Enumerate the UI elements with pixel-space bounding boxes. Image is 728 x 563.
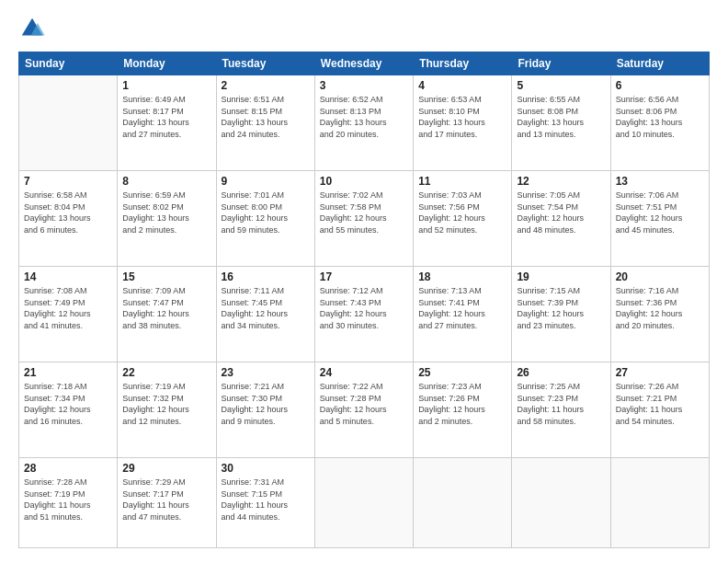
day-info: Sunrise: 7:13 AM Sunset: 7:41 PM Dayligh… (418, 285, 506, 331)
calendar-cell: 9Sunrise: 7:01 AM Sunset: 8:00 PM Daylig… (216, 171, 314, 267)
day-number: 1 (122, 79, 210, 92)
day-header-monday: Monday (118, 52, 216, 75)
calendar-cell: 25Sunrise: 7:23 AM Sunset: 7:26 PM Dayli… (414, 362, 512, 458)
day-info: Sunrise: 7:03 AM Sunset: 7:56 PM Dayligh… (418, 190, 506, 236)
calendar-cell: 7Sunrise: 6:58 AM Sunset: 8:04 PM Daylig… (19, 171, 118, 267)
calendar-cell: 12Sunrise: 7:05 AM Sunset: 7:54 PM Dayli… (512, 171, 610, 267)
calendar-cell: 20Sunrise: 7:16 AM Sunset: 7:36 PM Dayli… (610, 267, 709, 362)
calendar-cell: 23Sunrise: 7:21 AM Sunset: 7:30 PM Dayli… (216, 362, 314, 458)
calendar-header-row: SundayMondayTuesdayWednesdayThursdayFrid… (19, 52, 710, 75)
calendar-table: SundayMondayTuesdayWednesdayThursdayFrid… (18, 52, 710, 548)
day-info: Sunrise: 7:11 AM Sunset: 7:45 PM Dayligh… (222, 285, 310, 331)
week-row-3: 14Sunrise: 7:08 AM Sunset: 7:49 PM Dayli… (19, 267, 710, 362)
calendar-cell: 14Sunrise: 7:08 AM Sunset: 7:49 PM Dayli… (19, 267, 118, 362)
calendar-cell: 1Sunrise: 6:49 AM Sunset: 8:17 PM Daylig… (118, 75, 216, 171)
calendar-cell (19, 75, 118, 171)
calendar-cell: 22Sunrise: 7:19 AM Sunset: 7:32 PM Dayli… (118, 362, 216, 458)
calendar-cell: 27Sunrise: 7:26 AM Sunset: 7:21 PM Dayli… (610, 362, 709, 458)
calendar-cell: 26Sunrise: 7:25 AM Sunset: 7:23 PM Dayli… (512, 362, 610, 458)
calendar-cell: 21Sunrise: 7:18 AM Sunset: 7:34 PM Dayli… (19, 362, 118, 458)
day-number: 6 (616, 79, 704, 92)
logo (18, 15, 50, 42)
day-number: 25 (418, 366, 506, 379)
calendar-cell: 6Sunrise: 6:56 AM Sunset: 8:06 PM Daylig… (610, 75, 709, 171)
calendar-cell: 5Sunrise: 6:55 AM Sunset: 8:08 PM Daylig… (512, 75, 610, 171)
day-info: Sunrise: 7:29 AM Sunset: 7:17 PM Dayligh… (122, 477, 210, 523)
day-number: 8 (122, 175, 210, 188)
day-info: Sunrise: 7:19 AM Sunset: 7:32 PM Dayligh… (122, 381, 210, 427)
calendar-cell (512, 458, 610, 548)
calendar-cell (414, 458, 512, 548)
day-info: Sunrise: 7:15 AM Sunset: 7:39 PM Dayligh… (517, 285, 605, 331)
day-info: Sunrise: 6:53 AM Sunset: 8:10 PM Dayligh… (418, 94, 506, 140)
week-row-2: 7Sunrise: 6:58 AM Sunset: 8:04 PM Daylig… (19, 171, 710, 267)
day-number: 30 (222, 462, 310, 475)
day-number: 28 (24, 462, 112, 475)
day-info: Sunrise: 7:02 AM Sunset: 7:58 PM Dayligh… (320, 190, 408, 236)
week-row-5: 28Sunrise: 7:28 AM Sunset: 7:19 PM Dayli… (19, 458, 710, 548)
day-number: 26 (517, 366, 605, 379)
day-number: 9 (222, 175, 310, 188)
day-info: Sunrise: 7:16 AM Sunset: 7:36 PM Dayligh… (616, 285, 704, 331)
calendar-cell: 29Sunrise: 7:29 AM Sunset: 7:17 PM Dayli… (118, 458, 216, 548)
day-header-friday: Friday (512, 52, 610, 75)
calendar-cell: 3Sunrise: 6:52 AM Sunset: 8:13 PM Daylig… (314, 75, 413, 171)
day-header-tuesday: Tuesday (216, 52, 314, 75)
calendar-cell: 13Sunrise: 7:06 AM Sunset: 7:51 PM Dayli… (610, 171, 709, 267)
day-number: 21 (24, 366, 112, 379)
day-info: Sunrise: 7:09 AM Sunset: 7:47 PM Dayligh… (122, 285, 210, 331)
calendar-cell: 16Sunrise: 7:11 AM Sunset: 7:45 PM Dayli… (216, 267, 314, 362)
day-number: 4 (418, 79, 506, 92)
calendar-cell: 19Sunrise: 7:15 AM Sunset: 7:39 PM Dayli… (512, 267, 610, 362)
day-number: 14 (24, 270, 112, 283)
day-info: Sunrise: 7:05 AM Sunset: 7:54 PM Dayligh… (517, 190, 605, 236)
day-info: Sunrise: 7:01 AM Sunset: 8:00 PM Dayligh… (222, 190, 310, 236)
calendar-cell: 4Sunrise: 6:53 AM Sunset: 8:10 PM Daylig… (414, 75, 512, 171)
day-info: Sunrise: 7:25 AM Sunset: 7:23 PM Dayligh… (517, 381, 605, 427)
calendar-cell: 17Sunrise: 7:12 AM Sunset: 7:43 PM Dayli… (314, 267, 413, 362)
calendar-cell: 24Sunrise: 7:22 AM Sunset: 7:28 PM Dayli… (314, 362, 413, 458)
day-info: Sunrise: 6:52 AM Sunset: 8:13 PM Dayligh… (320, 94, 408, 140)
day-info: Sunrise: 6:49 AM Sunset: 8:17 PM Dayligh… (122, 94, 210, 140)
day-info: Sunrise: 7:31 AM Sunset: 7:15 PM Dayligh… (222, 477, 310, 523)
day-number: 11 (418, 175, 506, 188)
calendar-cell: 30Sunrise: 7:31 AM Sunset: 7:15 PM Dayli… (216, 458, 314, 548)
day-info: Sunrise: 7:28 AM Sunset: 7:19 PM Dayligh… (24, 477, 112, 523)
day-info: Sunrise: 7:22 AM Sunset: 7:28 PM Dayligh… (320, 381, 408, 427)
header (18, 15, 710, 42)
calendar-cell: 10Sunrise: 7:02 AM Sunset: 7:58 PM Dayli… (314, 171, 413, 267)
day-header-saturday: Saturday (610, 52, 709, 75)
day-header-thursday: Thursday (414, 52, 512, 75)
day-info: Sunrise: 6:59 AM Sunset: 8:02 PM Dayligh… (122, 190, 210, 236)
calendar-cell: 18Sunrise: 7:13 AM Sunset: 7:41 PM Dayli… (414, 267, 512, 362)
calendar-cell: 2Sunrise: 6:51 AM Sunset: 8:15 PM Daylig… (216, 75, 314, 171)
day-info: Sunrise: 7:18 AM Sunset: 7:34 PM Dayligh… (24, 381, 112, 427)
day-number: 29 (122, 462, 210, 475)
calendar-cell: 8Sunrise: 6:59 AM Sunset: 8:02 PM Daylig… (118, 171, 216, 267)
day-number: 27 (616, 366, 704, 379)
week-row-4: 21Sunrise: 7:18 AM Sunset: 7:34 PM Dayli… (19, 362, 710, 458)
calendar-cell: 28Sunrise: 7:28 AM Sunset: 7:19 PM Dayli… (19, 458, 118, 548)
calendar-cell: 11Sunrise: 7:03 AM Sunset: 7:56 PM Dayli… (414, 171, 512, 267)
day-number: 16 (222, 270, 310, 283)
calendar-cell (314, 458, 413, 548)
day-header-sunday: Sunday (19, 52, 118, 75)
day-info: Sunrise: 6:55 AM Sunset: 8:08 PM Dayligh… (517, 94, 605, 140)
day-number: 2 (222, 79, 310, 92)
calendar-cell: 15Sunrise: 7:09 AM Sunset: 7:47 PM Dayli… (118, 267, 216, 362)
day-info: Sunrise: 6:58 AM Sunset: 8:04 PM Dayligh… (24, 190, 112, 236)
calendar-cell (610, 458, 709, 548)
day-number: 13 (616, 175, 704, 188)
day-info: Sunrise: 7:26 AM Sunset: 7:21 PM Dayligh… (616, 381, 704, 427)
day-number: 19 (517, 270, 605, 283)
week-row-1: 1Sunrise: 6:49 AM Sunset: 8:17 PM Daylig… (19, 75, 710, 171)
day-number: 22 (122, 366, 210, 379)
day-number: 24 (320, 366, 408, 379)
day-number: 10 (320, 175, 408, 188)
day-number: 5 (517, 79, 605, 92)
day-number: 23 (222, 366, 310, 379)
day-info: Sunrise: 7:06 AM Sunset: 7:51 PM Dayligh… (616, 190, 704, 236)
day-number: 18 (418, 270, 506, 283)
day-info: Sunrise: 7:21 AM Sunset: 7:30 PM Dayligh… (222, 381, 310, 427)
day-info: Sunrise: 7:08 AM Sunset: 7:49 PM Dayligh… (24, 285, 112, 331)
